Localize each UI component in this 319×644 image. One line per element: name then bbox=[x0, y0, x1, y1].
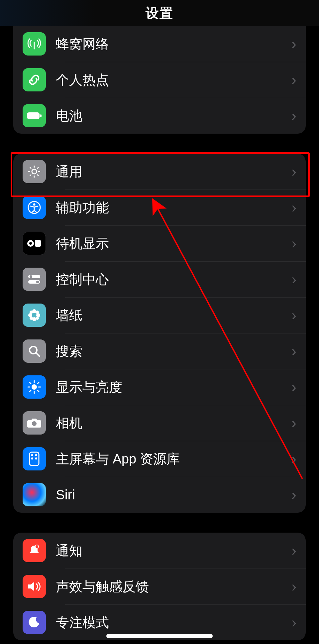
chevron-right-icon: › bbox=[291, 542, 296, 559]
svg-rect-41 bbox=[30, 452, 39, 465]
row-label: 显示与亮度 bbox=[56, 378, 287, 396]
svg-line-8 bbox=[37, 175, 39, 176]
svg-line-30 bbox=[36, 353, 40, 356]
row-label: 控制中心 bbox=[56, 270, 287, 289]
svg-rect-0 bbox=[27, 112, 40, 119]
chevron-right-icon: › bbox=[291, 71, 296, 88]
row-general[interactable]: 通用 › bbox=[13, 154, 306, 190]
svg-point-40 bbox=[32, 421, 37, 426]
row-notifications[interactable]: 通知 › bbox=[13, 533, 306, 569]
speaker-icon bbox=[23, 575, 46, 598]
svg-point-27 bbox=[36, 317, 39, 320]
svg-point-14 bbox=[29, 242, 32, 245]
svg-rect-45 bbox=[35, 457, 37, 459]
moon-icon bbox=[23, 611, 46, 634]
chevron-right-icon: › bbox=[291, 614, 296, 631]
svg-point-31 bbox=[32, 384, 37, 390]
chevron-right-icon: › bbox=[291, 486, 296, 503]
svg-point-2 bbox=[32, 169, 37, 174]
svg-line-37 bbox=[38, 390, 39, 392]
row-label: 专注模式 bbox=[56, 613, 287, 632]
row-label: 主屏幕与 App 资源库 bbox=[56, 450, 287, 468]
toggles-icon bbox=[23, 268, 46, 291]
search-icon bbox=[23, 339, 46, 363]
chevron-right-icon: › bbox=[291, 235, 296, 252]
svg-rect-1 bbox=[40, 114, 42, 117]
flower-icon bbox=[23, 304, 46, 327]
row-sounds[interactable]: 声效与触感反馈 › bbox=[13, 569, 306, 604]
row-label: 电池 bbox=[56, 107, 287, 125]
standby-icon bbox=[23, 232, 46, 255]
row-label: 搜索 bbox=[56, 342, 287, 360]
svg-rect-15 bbox=[35, 240, 41, 247]
chevron-right-icon: › bbox=[291, 163, 296, 180]
svg-line-10 bbox=[37, 167, 39, 169]
gear-icon bbox=[23, 160, 46, 183]
header: 设置 bbox=[0, 0, 319, 26]
row-label: 个人热点 bbox=[56, 71, 287, 89]
siri-icon bbox=[23, 483, 46, 506]
row-display[interactable]: 显示与亮度 › bbox=[13, 369, 306, 405]
bell-icon bbox=[23, 539, 46, 562]
row-label: 声效与触感反馈 bbox=[56, 578, 287, 596]
chevron-right-icon: › bbox=[291, 199, 296, 216]
row-label: Siri bbox=[56, 487, 287, 502]
row-label: 通知 bbox=[56, 542, 287, 560]
row-label: 通用 bbox=[56, 163, 287, 181]
settings-group-notifications: 通知 › 声效与触感反馈 › 专注模式 › bbox=[13, 533, 306, 640]
row-standby[interactable]: 待机显示 › bbox=[13, 225, 306, 261]
svg-line-9 bbox=[30, 175, 31, 176]
row-label: 辅助功能 bbox=[56, 198, 287, 217]
svg-point-24 bbox=[30, 311, 33, 314]
svg-line-39 bbox=[38, 382, 39, 384]
battery-icon bbox=[23, 104, 46, 127]
row-label: 墙纸 bbox=[56, 306, 287, 324]
chevron-right-icon: › bbox=[291, 451, 296, 467]
svg-point-28 bbox=[32, 313, 36, 317]
home-indicator bbox=[106, 634, 213, 638]
row-control-center[interactable]: 控制中心 › bbox=[13, 261, 306, 297]
svg-point-25 bbox=[36, 311, 39, 314]
svg-point-46 bbox=[35, 545, 39, 548]
svg-rect-44 bbox=[31, 457, 33, 459]
settings-group-connectivity: 蜂窝网络 › 个人热点 › 电池 › bbox=[13, 26, 306, 134]
svg-line-7 bbox=[30, 167, 31, 169]
chevron-right-icon: › bbox=[291, 343, 296, 359]
chevron-right-icon: › bbox=[291, 271, 296, 288]
chevron-right-icon: › bbox=[291, 36, 296, 52]
link-icon bbox=[23, 68, 46, 91]
settings-group-general: 通用 › 辅助功能 › 待机显示 › 控制中心 › 墙纸 › 搜索 › bbox=[13, 154, 306, 513]
svg-line-38 bbox=[30, 390, 31, 392]
svg-point-19 bbox=[36, 281, 39, 283]
svg-point-12 bbox=[33, 203, 36, 206]
camera-icon bbox=[23, 411, 46, 435]
accessibility-icon bbox=[23, 196, 46, 219]
row-siri[interactable]: Siri › bbox=[13, 477, 306, 513]
chevron-right-icon: › bbox=[291, 379, 296, 395]
chevron-right-icon: › bbox=[291, 307, 296, 323]
row-label: 相机 bbox=[56, 414, 287, 432]
row-label: 蜂窝网络 bbox=[56, 35, 287, 53]
row-homescreen[interactable]: 主屏幕与 App 资源库 › bbox=[13, 441, 306, 477]
chevron-right-icon: › bbox=[291, 578, 296, 595]
svg-rect-42 bbox=[31, 454, 33, 456]
svg-point-17 bbox=[30, 275, 32, 278]
row-accessibility[interactable]: 辅助功能 › bbox=[13, 190, 306, 225]
brightness-icon bbox=[23, 375, 46, 399]
svg-point-26 bbox=[30, 317, 33, 320]
apps-icon bbox=[23, 447, 46, 470]
svg-line-36 bbox=[30, 382, 31, 384]
svg-rect-43 bbox=[35, 454, 37, 456]
chevron-right-icon: › bbox=[291, 107, 296, 124]
antenna-icon bbox=[23, 32, 46, 56]
row-hotspot[interactable]: 个人热点 › bbox=[13, 62, 306, 98]
page-title: 设置 bbox=[146, 4, 173, 22]
chevron-right-icon: › bbox=[291, 415, 296, 431]
row-wallpaper[interactable]: 墙纸 › bbox=[13, 297, 306, 333]
row-camera[interactable]: 相机 › bbox=[13, 405, 306, 441]
row-search[interactable]: 搜索 › bbox=[13, 333, 306, 369]
row-battery[interactable]: 电池 › bbox=[13, 98, 306, 134]
row-cellular[interactable]: 蜂窝网络 › bbox=[13, 26, 306, 62]
row-label: 待机显示 bbox=[56, 234, 287, 253]
